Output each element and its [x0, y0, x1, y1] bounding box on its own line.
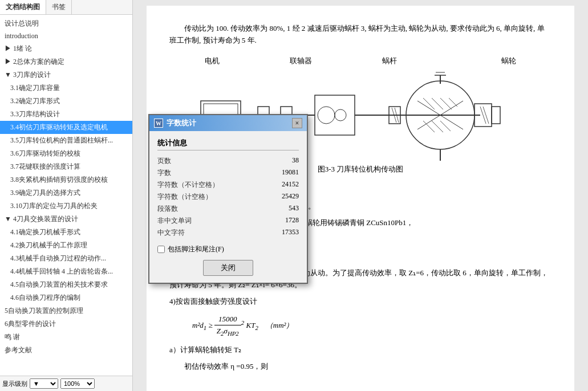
close-dialog-button[interactable]: 关闭 [203, 260, 253, 276]
word-count-dialog: W 字数统计 × 统计信息 页数38字数19081字符数（不计空格）24152字… [148, 114, 308, 284]
stat-value: 17353 [265, 228, 299, 238]
modal-section-title: 统计信息 [157, 138, 299, 150]
stat-row: 非中文单词1728 [157, 215, 299, 227]
stat-row: 段落数543 [157, 203, 299, 215]
stat-label: 字符数（计空格） [157, 192, 212, 202]
stat-label: 字符数（不计空格） [157, 180, 219, 190]
stat-row: 页数38 [157, 155, 299, 167]
footnote-checkbox[interactable] [157, 246, 165, 253]
modal-footer: 关闭 [157, 260, 299, 276]
stat-value: 19081 [265, 168, 299, 178]
stat-value: 1728 [265, 216, 299, 226]
modal-body: 统计信息 页数38字数19081字符数（不计空格）24152字符数（计空格）25… [149, 131, 307, 283]
stat-label: 段落数 [157, 204, 178, 214]
stat-label: 页数 [157, 156, 171, 166]
stat-row: 字符数（不计空格）24152 [157, 179, 299, 191]
stat-value: 25429 [265, 192, 299, 202]
stat-label: 字数 [157, 168, 171, 178]
modal-dialog-icon: W [154, 119, 163, 128]
footnote-label: 包括脚注和尾注(F) [168, 245, 224, 254]
modal-titlebar: W 字数统计 × [149, 115, 307, 131]
stat-row: 字数19081 [157, 167, 299, 179]
stat-label: 中文字符 [157, 228, 185, 238]
stat-label: 非中文单词 [157, 216, 192, 226]
stat-value: 38 [265, 156, 299, 166]
modal-title: 字数统计 [167, 118, 196, 128]
modal-checkbox: 包括脚注和尾注(F) [157, 245, 299, 254]
modal-close-button[interactable]: × [292, 118, 302, 128]
stat-value: 24152 [265, 180, 299, 190]
stat-value: 543 [265, 204, 299, 214]
modal-title-left: W 字数统计 [154, 118, 196, 128]
stat-row: 字符数（计空格）25429 [157, 191, 299, 203]
modal-overlay: W 字数统计 × 统计信息 页数38字数19081字符数（不计空格）24152字… [0, 0, 588, 391]
stat-row: 中文字符17353 [157, 227, 299, 239]
stat-rows: 页数38字数19081字符数（不计空格）24152字符数（计空格）25429段落… [157, 155, 299, 239]
